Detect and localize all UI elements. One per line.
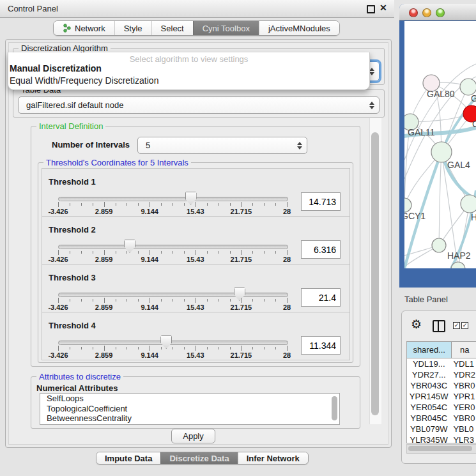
table-cell-name[interactable]: YBL0	[450, 424, 476, 434]
numerical-attributes-label: Numerical Attributes	[36, 383, 118, 393]
tick-mark	[252, 347, 253, 349]
slider-track[interactable]	[58, 341, 288, 345]
tick-mark	[104, 298, 105, 303]
slider-track[interactable]	[58, 293, 288, 297]
tick-mark	[70, 251, 70, 254]
tab-cyni-toolbox[interactable]: Cyni Toolbox	[193, 21, 259, 35]
minimize-traffic-light-icon[interactable]	[422, 8, 431, 17]
table-data-combobox[interactable]: galFiltered.sif default node	[18, 96, 380, 114]
slider-track[interactable]	[58, 245, 288, 249]
table-row[interactable]: YBR045CYBR0	[407, 413, 476, 424]
threshold-4-slider[interactable]: -3.4262.8599.14415.4321.71528	[58, 312, 287, 360]
threshold-1-row: Threshold 1 -3.4262.8599.14415.4321.7152…	[42, 168, 350, 217]
tab-select[interactable]: Select	[151, 21, 193, 35]
tab-impute-data[interactable]: Impute Data	[96, 452, 160, 464]
table-cell-name[interactable]: YDL1	[450, 358, 476, 369]
combo-arrows-icon[interactable]	[369, 102, 374, 109]
tab-infer-network[interactable]: Infer Network	[238, 452, 308, 464]
control-panel-title: Control Panel	[8, 4, 58, 13]
column-header-name[interactable]: na	[452, 342, 476, 358]
table-cell-name[interactable]: YLR3	[450, 434, 476, 443]
table-row[interactable]: YDR27...YDR2	[407, 369, 476, 380]
table-cell-name[interactable]: YPR1	[450, 391, 476, 402]
float-window-icon[interactable]	[367, 5, 375, 13]
table-row[interactable]: YPR145WYPR1	[407, 391, 476, 402]
attribute-list-item[interactable]: SelfLoops	[40, 394, 339, 404]
close-traffic-light-icon[interactable]	[409, 8, 418, 17]
table-cell-shared-name[interactable]: YBL079W	[407, 424, 450, 434]
threshold-3-value-field[interactable]	[301, 288, 341, 307]
table-row[interactable]: YLR345WYLR3	[407, 434, 476, 443]
tick-mark	[116, 251, 116, 254]
network-nodes[interactable]	[404, 75, 476, 268]
table-cell-name[interactable]: YER0	[450, 402, 476, 413]
tick-label: 15.43	[187, 208, 204, 215]
table-cell-name[interactable]: YDR2	[450, 369, 476, 380]
node-label-hap2: HAP2	[447, 250, 471, 261]
algorithm-option-equal-width[interactable]: Equal Width/Frequency Discretization	[10, 75, 158, 86]
close-icon[interactable]: ✕	[380, 3, 387, 13]
attributes-scrollbar-thumb[interactable]	[332, 396, 337, 420]
attribute-list-item[interactable]: TopologicalCoefficient	[40, 404, 339, 414]
table-cell-name[interactable]: YBR0	[450, 413, 476, 424]
slider-tick-labels: -3.4262.8599.14415.4321.71528	[58, 351, 287, 359]
threshold-3-slider[interactable]: -3.4262.8599.14415.4321.71528	[58, 265, 287, 312]
tick-mark	[81, 347, 82, 349]
table-cell-shared-name[interactable]: YPR145W	[407, 391, 450, 402]
slider-ticks	[58, 346, 287, 351]
screen: Control Panel ✕ Network Style Select Cyn…	[0, 0, 476, 476]
threshold-1-value-field[interactable]	[301, 192, 341, 211]
threshold-4-value-field[interactable]	[301, 336, 341, 355]
algorithm-option-manual[interactable]: Manual Discretization	[10, 63, 102, 73]
checkbox-icon[interactable]: ✓	[453, 322, 460, 329]
tick-mark	[138, 251, 139, 254]
apply-button[interactable]: Apply	[171, 429, 215, 443]
checkbox-icon[interactable]: ✓	[461, 322, 468, 329]
table-cell-shared-name[interactable]: YDR27...	[407, 369, 450, 380]
network-canvas[interactable]: GAL80 G C GAL11 GAL4 GCY1 H HAP2	[404, 21, 476, 268]
numerical-attributes-list[interactable]: SelfLoopsTopologicalCoefficientBetweenne…	[40, 393, 340, 425]
tick-mark	[127, 203, 127, 206]
num-intervals-combobox[interactable]: 5	[137, 137, 307, 154]
panel-scrollbar-thumb[interactable]	[371, 132, 379, 415]
tick-mark	[70, 347, 70, 349]
tick-mark	[230, 251, 231, 254]
slider-track[interactable]	[58, 197, 288, 201]
table-row[interactable]: YDL19...YDL1	[407, 358, 476, 369]
zoom-traffic-light-icon[interactable]	[436, 8, 445, 17]
network-node[interactable]	[461, 195, 476, 213]
tab-jactivemnodules[interactable]: jActiveMNodules	[259, 21, 339, 35]
threshold-2-slider[interactable]: -3.4262.8599.14415.4321.71528	[58, 217, 287, 264]
combo-arrows-icon[interactable]	[297, 142, 302, 150]
tab-style[interactable]: Style	[114, 21, 151, 35]
tick-mark	[264, 347, 265, 349]
threshold-2-value-field[interactable]	[301, 240, 341, 259]
threshold-4-row: Threshold 4 -3.4262.8599.14415.4321.7152…	[42, 312, 350, 360]
table-hscrollbar-thumb[interactable]	[408, 446, 472, 451]
node-label-partial-h: H	[471, 212, 476, 222]
tick-label: -3.426	[48, 303, 68, 311]
gear-icon[interactable]: ⚙	[411, 318, 422, 330]
table-hscrollbar-track[interactable]	[406, 444, 476, 454]
threshold-1-slider[interactable]: -3.4262.8599.14415.4321.71528	[58, 169, 287, 216]
combo-arrows-icon[interactable]	[369, 68, 374, 75]
table-row[interactable]: YBR043CYBR0	[407, 380, 476, 391]
split-columns-icon[interactable]	[433, 320, 445, 332]
table-cell-shared-name[interactable]: YBR043C	[407, 380, 450, 391]
table-cell-shared-name[interactable]: YBR045C	[407, 413, 450, 424]
attribute-list-item[interactable]: BetweennessCentrality	[40, 413, 339, 424]
column-header-shared[interactable]: shared...	[407, 342, 452, 358]
node-hap2[interactable]	[432, 238, 446, 252]
tab-discretize-data[interactable]: Discretize Data	[160, 452, 237, 464]
table-cell-shared-name[interactable]: YER054C	[407, 402, 450, 413]
node-gcy1[interactable]	[404, 198, 411, 212]
table-row[interactable]: YBL079WYBL0	[407, 424, 476, 434]
tick-mark	[81, 299, 82, 302]
table-row[interactable]: YER054CYER0	[407, 402, 476, 413]
tick-mark	[287, 202, 288, 207]
table-cell-name[interactable]: YBR0	[450, 380, 476, 391]
table-cell-shared-name[interactable]: YLR345W	[407, 434, 450, 443]
panel-scrollbar-track[interactable]	[369, 118, 381, 424]
tab-network[interactable]: Network	[54, 21, 114, 35]
table-cell-shared-name[interactable]: YDL19...	[407, 358, 450, 369]
